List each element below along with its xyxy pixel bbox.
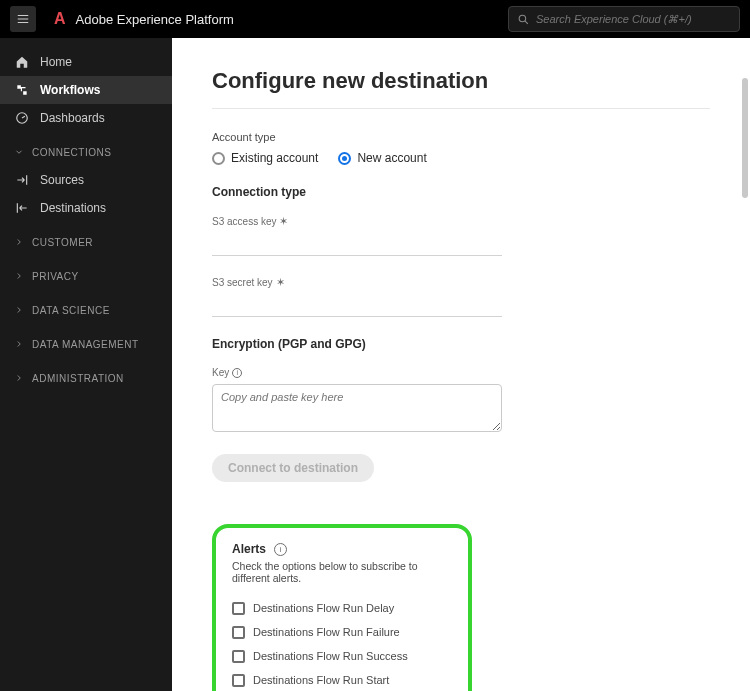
chevron-right-icon — [14, 305, 26, 315]
radio-label: Existing account — [231, 151, 318, 165]
sidebar-group-privacy[interactable]: PRIVACY — [0, 262, 172, 290]
connection-type-heading: Connection type — [212, 185, 710, 199]
checkbox-icon — [232, 602, 245, 615]
required-asterisk-icon: ✶ — [279, 215, 288, 228]
sidebar-group-data-science[interactable]: DATA SCIENCE — [0, 296, 172, 324]
sidebar-item-label: Workflows — [40, 83, 100, 97]
sidebar-item-dashboards[interactable]: Dashboards — [0, 104, 172, 132]
sidebar-group-label: CONNECTIONS — [32, 147, 111, 158]
connect-to-destination-button[interactable]: Connect to destination — [212, 454, 374, 482]
checkbox-label: Destinations Flow Run Success — [253, 650, 408, 662]
search-field[interactable] — [508, 6, 740, 32]
destinations-icon — [14, 201, 30, 215]
radio-existing-account[interactable]: Existing account — [212, 151, 318, 165]
account-type-radios: Existing account New account — [212, 151, 710, 165]
sidebar-item-label: Dashboards — [40, 111, 105, 125]
app-title: Adobe Experience Platform — [76, 12, 234, 27]
main-content: Configure new destination Account type E… — [172, 38, 750, 691]
sidebar-group-label: ADMINISTRATION — [32, 373, 124, 384]
sidebar-group-connections[interactable]: CONNECTIONS — [0, 138, 172, 166]
checkbox-label: Destinations Flow Run Start — [253, 674, 389, 686]
sidebar-group-data-management[interactable]: DATA MANAGEMENT — [0, 330, 172, 358]
checkbox-flow-run-start[interactable]: Destinations Flow Run Start — [232, 668, 452, 691]
s3-access-key-input[interactable] — [212, 234, 502, 256]
scrollbar[interactable] — [742, 78, 748, 198]
alerts-subtitle: Check the options below to subscribe to … — [232, 560, 452, 584]
chevron-right-icon — [14, 237, 26, 247]
radio-label: New account — [357, 151, 426, 165]
sources-icon — [14, 173, 30, 187]
sidebar-group-label: DATA SCIENCE — [32, 305, 110, 316]
sidebar-group-administration[interactable]: ADMINISTRATION — [0, 364, 172, 392]
info-icon[interactable]: i — [232, 368, 242, 378]
checkbox-label: Destinations Flow Run Delay — [253, 602, 394, 614]
divider — [212, 108, 710, 109]
sidebar-item-label: Sources — [40, 173, 84, 187]
alerts-section: Alerts i Check the options below to subs… — [212, 524, 472, 691]
radio-new-account[interactable]: New account — [338, 151, 426, 165]
svg-point-0 — [519, 15, 526, 22]
search-icon — [517, 13, 530, 26]
key-textarea[interactable] — [212, 384, 502, 432]
sidebar-item-workflows[interactable]: Workflows — [0, 76, 172, 104]
sidebar-group-label: DATA MANAGEMENT — [32, 339, 139, 350]
info-icon[interactable]: i — [274, 543, 287, 556]
checkbox-flow-run-failure[interactable]: Destinations Flow Run Failure — [232, 620, 452, 644]
sidebar: Home Workflows Dashboards CONNECTIONS So… — [0, 38, 172, 691]
account-type-label: Account type — [212, 131, 710, 143]
encryption-heading: Encryption (PGP and GPG) — [212, 337, 710, 351]
hamburger-icon — [16, 12, 30, 26]
checkbox-icon — [232, 674, 245, 687]
hamburger-menu-button[interactable] — [10, 6, 36, 32]
checkbox-flow-run-delay[interactable]: Destinations Flow Run Delay — [232, 596, 452, 620]
sidebar-item-destinations[interactable]: Destinations — [0, 194, 172, 222]
chevron-right-icon — [14, 373, 26, 383]
s3-secret-key-input[interactable] — [212, 295, 502, 317]
sidebar-group-customer[interactable]: CUSTOMER — [0, 228, 172, 256]
required-asterisk-icon: ✶ — [276, 276, 285, 289]
sidebar-item-home[interactable]: Home — [0, 48, 172, 76]
chevron-right-icon — [14, 271, 26, 281]
s3-secret-key-label: S3 secret key ✶ — [212, 276, 710, 289]
sidebar-group-label: PRIVACY — [32, 271, 79, 282]
sidebar-item-label: Home — [40, 55, 72, 69]
dashboard-icon — [14, 111, 30, 125]
sidebar-item-sources[interactable]: Sources — [0, 166, 172, 194]
chevron-down-icon — [14, 147, 26, 157]
chevron-right-icon — [14, 339, 26, 349]
s3-access-key-label: S3 access key ✶ — [212, 215, 710, 228]
checkbox-flow-run-success[interactable]: Destinations Flow Run Success — [232, 644, 452, 668]
key-label: Key i — [212, 367, 710, 378]
radio-icon — [338, 152, 351, 165]
sidebar-group-label: CUSTOMER — [32, 237, 93, 248]
page-title: Configure new destination — [212, 68, 710, 94]
alerts-title: Alerts — [232, 542, 266, 556]
radio-icon — [212, 152, 225, 165]
checkbox-icon — [232, 626, 245, 639]
workflow-icon — [14, 83, 30, 97]
top-bar: A Adobe Experience Platform — [0, 0, 750, 38]
checkbox-icon — [232, 650, 245, 663]
checkbox-label: Destinations Flow Run Failure — [253, 626, 400, 638]
adobe-logo-icon: A — [54, 10, 66, 28]
search-input[interactable] — [536, 13, 731, 25]
home-icon — [14, 55, 30, 69]
sidebar-item-label: Destinations — [40, 201, 106, 215]
